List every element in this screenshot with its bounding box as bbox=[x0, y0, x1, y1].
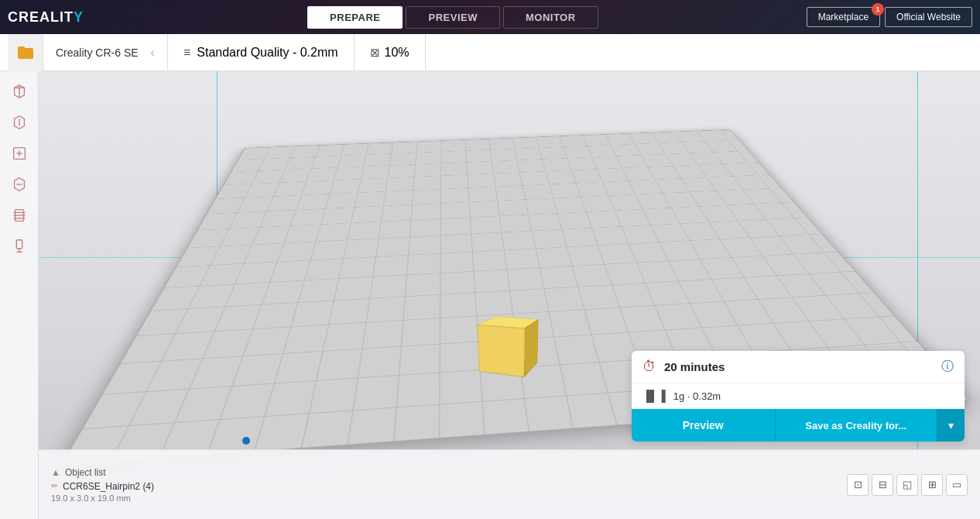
print-time-label: 20 minutes bbox=[664, 360, 934, 373]
folder-icon bbox=[16, 43, 35, 62]
printer-name-label: Creality CR-6 SE bbox=[56, 46, 139, 59]
transform-icons-group: ⊡ ⊟ ◱ ⊞ ▭ bbox=[847, 474, 968, 496]
rotate-icon bbox=[11, 176, 28, 193]
move-icon bbox=[11, 114, 28, 131]
left-sidebar bbox=[0, 71, 39, 519]
object-list-section: ▲ Object list ✏ CCR6SE_Hairpin2 (4) 19.0… bbox=[51, 467, 838, 503]
quality-icon: ≡ bbox=[183, 46, 190, 60]
info-icon[interactable]: ⓘ bbox=[941, 359, 954, 375]
header-right: Marketplace 1 Official Website bbox=[807, 7, 972, 27]
stats-actions: Preview Save as Creality for... ▾ bbox=[632, 409, 965, 442]
support-icon bbox=[11, 238, 28, 255]
object-dimensions: 19.0 x 3.0 x 19.0 mm bbox=[51, 493, 838, 503]
filament-icon: ▐▌▐ bbox=[642, 390, 666, 402]
logo: CREALITY bbox=[8, 9, 84, 26]
open-folder-button[interactable] bbox=[8, 34, 43, 71]
scale-icon bbox=[11, 145, 28, 162]
mirror-transform-icon[interactable]: ⊞ bbox=[921, 474, 943, 496]
marketplace-button[interactable]: Marketplace 1 bbox=[807, 7, 880, 27]
printer-chevron-icon: ‹ bbox=[151, 46, 155, 60]
sidebar-slice-tool[interactable] bbox=[5, 201, 33, 229]
nav-monitor[interactable]: MONITOR bbox=[503, 6, 598, 29]
marketplace-label: Marketplace bbox=[818, 12, 869, 22]
face-front bbox=[478, 325, 525, 377]
object-list-header[interactable]: ▲ Object list bbox=[51, 467, 838, 478]
infill-selector[interactable]: ⊠ 10% bbox=[355, 34, 426, 70]
rotate-transform-icon[interactable]: ◱ bbox=[896, 474, 918, 496]
object-name-label: CCR6SE_Hairpin2 (4) bbox=[63, 481, 154, 492]
official-website-button[interactable]: Official Website bbox=[885, 7, 972, 27]
stats-weight-row: ▐▌▐ 1g · 0.32m bbox=[632, 383, 965, 409]
infill-icon: ⊠ bbox=[370, 46, 380, 60]
toolbar: Creality CR-6 SE ‹ ≡ Standard Quality - … bbox=[0, 34, 980, 71]
stats-time-row: ⏱ 20 minutes ⓘ bbox=[632, 351, 965, 383]
edit-icon: ✏ bbox=[51, 481, 58, 491]
scale-transform-icon[interactable]: ⊟ bbox=[872, 474, 893, 496]
sidebar-scale-tool[interactable] bbox=[5, 139, 33, 167]
place-transform-icon[interactable]: ▭ bbox=[946, 474, 968, 496]
move-transform-icon[interactable]: ⊡ bbox=[847, 474, 869, 496]
object-list-label: Object list bbox=[65, 467, 106, 478]
chevron-down-icon: ▲ bbox=[51, 467, 60, 478]
sidebar-add-tool[interactable] bbox=[5, 77, 33, 105]
stats-panel: ⏱ 20 minutes ⓘ ▐▌▐ 1g · 0.32m Preview Sa… bbox=[632, 351, 965, 442]
sidebar-support-tool[interactable] bbox=[5, 232, 33, 260]
marketplace-badge: 1 bbox=[872, 3, 884, 15]
save-dropdown-button[interactable]: ▾ bbox=[937, 409, 965, 442]
quality-label: Standard Quality - 0.2mm bbox=[197, 46, 338, 60]
header: CREALITY PREPARE PREVIEW MONITOR Marketp… bbox=[0, 0, 980, 34]
weight-label: 1g · 0.32m bbox=[673, 390, 721, 402]
preview-button[interactable]: Preview bbox=[632, 409, 775, 442]
slice-icon bbox=[11, 207, 28, 224]
quality-selector[interactable]: ≡ Standard Quality - 0.2mm bbox=[168, 34, 355, 70]
main-area: ▲ Object list ✏ CCR6SE_Hairpin2 (4) 19.0… bbox=[0, 71, 980, 519]
svg-rect-10 bbox=[16, 240, 22, 249]
add-model-icon bbox=[11, 83, 28, 100]
bottom-panel: ▲ Object list ✏ CCR6SE_Hairpin2 (4) 19.0… bbox=[39, 449, 980, 519]
3d-object[interactable] bbox=[488, 321, 533, 369]
nav-bar: PREPARE PREVIEW MONITOR bbox=[105, 6, 800, 29]
sidebar-move-tool[interactable] bbox=[5, 108, 33, 136]
object-name-row: ✏ CCR6SE_Hairpin2 (4) bbox=[51, 481, 838, 492]
3d-viewport[interactable]: ▲ Object list ✏ CCR6SE_Hairpin2 (4) 19.0… bbox=[39, 71, 980, 519]
clock-icon: ⏱ bbox=[642, 359, 656, 375]
nav-prepare[interactable]: PREPARE bbox=[307, 6, 403, 29]
save-button[interactable]: Save as Creality for... bbox=[775, 409, 937, 442]
blue-marker bbox=[242, 437, 250, 445]
sidebar-rotate-tool[interactable] bbox=[5, 170, 33, 198]
infill-label: 10% bbox=[385, 46, 409, 60]
nav-preview[interactable]: PREVIEW bbox=[406, 6, 499, 29]
printer-selector[interactable]: Creality CR-6 SE ‹ bbox=[43, 34, 168, 70]
